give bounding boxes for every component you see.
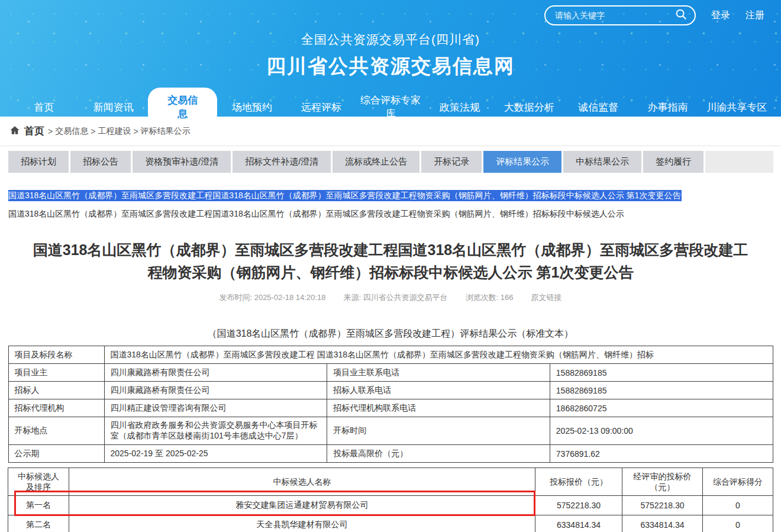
announcement-line[interactable]: 国道318名山区黑竹（成都界）至雨城区多营段改建工程国道318名山区黑竹（成都界… (8, 209, 773, 220)
site-title: 四川省公共资源交易信息网 (0, 53, 781, 80)
candidate-price: 5752218.30 (535, 496, 622, 515)
main-nav: 首页 新闻资讯 交易信息 场地预约 远程评标 综合评标专家库 政策法规 大数据分… (0, 88, 781, 127)
candidate-name: 雅安交建集团运通建材贸易有限公司 (69, 496, 535, 515)
tab-evaluation-result[interactable]: 评标结果公示 (483, 151, 563, 173)
main-content: 国道318名山区黑竹（成都界）至雨城区多营段改建工程国道318名山区黑竹（成都界… (0, 190, 781, 340)
candidate-price: 6334814.34 (535, 515, 622, 532)
tabstrip-filler (705, 151, 773, 173)
max-price-value: 7376891.62 (550, 445, 773, 463)
project-name-label: 项目及标段名称 (8, 346, 104, 364)
candidate-evaluated-price: 5752218.30 (622, 496, 703, 515)
col-name-header: 中标候选人名称 (69, 468, 535, 496)
tab-bid-plan[interactable]: 招标计划 (8, 151, 70, 173)
selected-announcement-line[interactable]: 国道318名山区黑竹（成都界）至雨城区多营段改建工程国道318名山区黑竹（成都界… (8, 190, 773, 201)
login-link[interactable]: 登录 (711, 9, 730, 22)
breadcrumb-separator: > (91, 127, 95, 136)
candidates-table-wrap: 中标候选人及排序 中标候选人名称 投标报价（元） 经评审的投标价（元） 综合评标… (0, 467, 781, 532)
view-count: 浏览次数: 166 (466, 292, 514, 303)
candidate-score: 0 (703, 515, 773, 532)
nav-item-home[interactable]: 首页 (9, 95, 79, 120)
table-row: 招标代理机构 四川精正建设管理咨询有限公司 招标代理机构联系电话 1868286… (8, 399, 773, 417)
nav-item-venue-booking[interactable]: 场地预约 (217, 95, 286, 120)
candidate-name: 天全县凯华建材有限公司 (69, 515, 535, 532)
candidates-header-row: 中标候选人及排序 中标候选人名称 投标报价（元） 经评审的投标价（元） 综合评标… (8, 468, 773, 496)
col-rank-header: 中标候选人及排序 (8, 468, 69, 496)
opening-place-value: 四川省政府政务服务和公共资源交易服务中心本项目开标室（成都市青羊区鼓楼南街101… (104, 417, 327, 445)
col-price-header: 投标报价（元） (535, 468, 622, 496)
tab-bid-opening-record[interactable]: 开标记录 (421, 151, 483, 173)
col-score-header: 综合评标得分 (703, 468, 773, 496)
owner-phone-label: 项目业主联系电话 (327, 364, 550, 382)
breadcrumb-trade-info[interactable]: 交易信息 (55, 126, 88, 137)
nav-item-remote-evaluation[interactable]: 远程评标 (286, 95, 356, 120)
opening-place-label: 开标地点 (8, 417, 104, 445)
original-link[interactable]: 原文链接 (531, 292, 562, 303)
agency-label: 招标代理机构 (8, 399, 104, 417)
breadcrumb-eval-result[interactable]: 评标结果公示 (141, 126, 191, 137)
project-info-table-wrap: 项目及标段名称 国道318名山区黑竹（成都界）至雨城区多营段改建工程 国道318… (0, 346, 781, 463)
agency-phone-value: 18682860725 (550, 399, 773, 417)
tab-failed-or-terminated[interactable]: 流标或终止公告 (333, 151, 421, 173)
article-title: 国道318名山区黑竹（成都界）至雨城区多营段改建工程国道318名山区黑竹（成都界… (27, 239, 754, 283)
nav-item-guide[interactable]: 办事指南 (633, 95, 702, 120)
tenderer-value: 四川康藏路桥有限责任公司 (104, 382, 327, 399)
candidate-rank: 第二名 (8, 515, 69, 532)
candidate-rank: 第一名 (8, 496, 69, 515)
max-price-label: 投标最高限价（元） (327, 445, 550, 463)
breadcrumb-engineering[interactable]: 工程建设 (98, 126, 131, 137)
project-info-table: 项目及标段名称 国道318名山区黑竹（成都界）至雨城区多营段改建工程 国道318… (8, 346, 773, 463)
article-meta: 发布时间: 2025-02-18 14:20:18 来源: 四川省公共资源交易平… (8, 292, 773, 303)
site-subtitle: 全国公共资源交易平台(四川省) (0, 31, 781, 48)
search-box[interactable] (544, 5, 696, 25)
header-top-bar: 登录 注册 (0, 0, 781, 25)
nav-item-news[interactable]: 新闻资讯 (79, 95, 148, 120)
publicity-period-label: 公示期 (8, 445, 104, 463)
opening-time-label: 开标时间 (327, 417, 550, 445)
nav-item-expert-pool[interactable]: 综合评标专家库 (356, 88, 425, 126)
register-link[interactable]: 注册 (746, 9, 764, 22)
owner-phone-value: 15882869185 (550, 364, 773, 382)
nav-item-integrity[interactable]: 诚信监督 (564, 95, 633, 120)
nav-item-trade-info[interactable]: 交易信息 (148, 88, 217, 127)
agency-value: 四川精正建设管理咨询有限公司 (104, 399, 327, 417)
agency-phone-label: 招标代理机构联系电话 (327, 399, 550, 417)
category-tabs: 招标计划 招标公告 资格预审补遗/澄清 招标文件补遗/澄清 流标或终止公告 开标… (0, 146, 781, 180)
publicity-period-value: 2025-02-19 至 2025-02-25 (104, 445, 327, 463)
tenderer-label: 招标人 (8, 382, 104, 399)
table-row: 项目及标段名称 国道318名山区黑竹（成都界）至雨城区多营段改建工程 国道318… (8, 346, 773, 364)
breadcrumb-separator: > (48, 127, 53, 136)
table-row: 招标人 四川康藏路桥有限责任公司 招标人联系电话 15882869185 (8, 382, 773, 399)
project-name-value: 国道318名山区黑竹（成都界）至雨城区多营段改建工程 国道318名山区黑竹（成都… (104, 346, 773, 364)
tab-winning-result[interactable]: 中标结果公示 (563, 151, 643, 173)
tab-prequalification-addendum[interactable]: 资格预审补遗/澄清 (133, 151, 233, 173)
candidate-row-second: 第二名 天全县凯华建材有限公司 6334814.34 6334814.34 0 (8, 515, 773, 532)
nav-item-policies[interactable]: 政策法规 (425, 95, 495, 120)
tab-contract-performance[interactable]: 签约履行 (643, 151, 705, 173)
tenderer-phone-label: 招标人联系电话 (327, 382, 550, 399)
owner-label: 项目业主 (8, 364, 104, 382)
tab-bid-doc-addendum[interactable]: 招标文件补遗/澄清 (233, 151, 333, 173)
table-row: 项目业主 四川康藏路桥有限责任公司 项目业主联系电话 15882869185 (8, 364, 773, 382)
site-titles: 全国公共资源交易平台(四川省) 四川省公共资源交易信息网 (0, 31, 781, 80)
owner-value: 四川康藏路桥有限责任公司 (104, 364, 327, 382)
candidates-table: 中标候选人及排序 中标候选人名称 投标报价（元） 经评审的投标价（元） 综合评标… (8, 467, 773, 532)
search-icon[interactable] (674, 8, 688, 23)
tenderer-phone-value: 15882869185 (550, 382, 773, 399)
nav-item-chuanyu-zone[interactable]: 川渝共享专区 (702, 95, 772, 120)
candidate-score: 0 (703, 496, 773, 515)
col-evaluated-header: 经评审的投标价（元） (622, 468, 703, 496)
table-row: 开标地点 四川省政府政务服务和公共资源交易服务中心本项目开标室（成都市青羊区鼓楼… (8, 417, 773, 445)
source: 来源: 四川省公共资源交易平台 (343, 292, 447, 303)
nav-item-big-data[interactable]: 大数据分析 (495, 95, 564, 120)
result-table-caption: （国道318名山区黑竹（成都界）至雨城区多营段改建工程）评标结果公示（标准文本） (8, 328, 773, 340)
tab-bid-announcement[interactable]: 招标公告 (70, 151, 133, 173)
site-header: 登录 注册 全国公共资源交易平台(四川省) 四川省公共资源交易信息网 首页 新闻… (0, 0, 781, 117)
search-input[interactable] (555, 11, 674, 20)
home-icon[interactable] (9, 125, 20, 137)
breadcrumb-separator: > (133, 127, 138, 136)
opening-time-value: 2025-02-13 09:00:00 (550, 417, 773, 445)
publish-time: 发布时间: 2025-02-18 14:20:18 (219, 292, 325, 303)
candidate-evaluated-price: 6334814.34 (622, 515, 703, 532)
table-row: 公示期 2025-02-19 至 2025-02-25 投标最高限价（元） 73… (8, 445, 773, 463)
candidate-row-first: 第一名 雅安交建集团运通建材贸易有限公司 5752218.30 5752218.… (8, 496, 773, 515)
